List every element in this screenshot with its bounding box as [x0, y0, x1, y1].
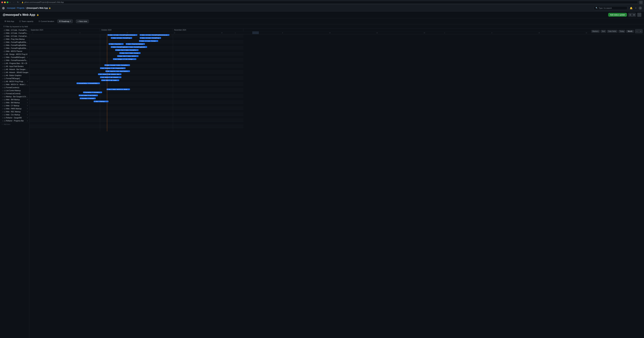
list-item[interactable]: 29Web - Circ Markup+ [0, 113, 29, 116]
list-item[interactable]: 8Web - MOOV Planner [0, 50, 29, 53]
list-item[interactable]: 30Refactor - Gauge360+ [0, 116, 29, 119]
add-status-update-btn[interactable]: Add status update [608, 13, 627, 17]
gantt-bar[interactable]: All - Artwork - Bar Gauges & Graphs [106, 73, 122, 75]
filter-btn[interactable]: ⊻ Filter by keyword or by field [3, 25, 28, 28]
list-item[interactable]: 28Web - REC Markup+ [0, 110, 29, 113]
item-add-btn[interactable]: + [26, 99, 28, 101]
user-avatar[interactable]: m [638, 6, 642, 10]
list-item[interactable]: 3Web - UI Code - FormatCalendarControl() [0, 35, 29, 38]
list-item[interactable]: 20FormatCounter(s) [0, 86, 29, 89]
item-add-btn[interactable]: + [26, 105, 28, 107]
gantt-bar[interactable]: All - Button Graphics [108, 79, 119, 81]
list-item[interactable]: 26Web - CY Markup+ [0, 104, 29, 107]
tab-web-app[interactable]: ⊞ Web App [3, 19, 16, 23]
day-cell [387, 31, 394, 34]
item-add-btn[interactable]: + [26, 111, 28, 113]
gantt-bar[interactable]: All - Design - MOOV Prog UI [124, 58, 136, 60]
gantt-bar[interactable]: Web - UI Code - FormatProgStructure() pa… [140, 34, 170, 36]
zoom-in-btn[interactable]: ＋ [639, 29, 642, 33]
list-item[interactable]: 7Web - FormatProgBuildStep(1) [0, 47, 29, 50]
list-item[interactable]: 21List Control Markup [0, 89, 29, 92]
list-item[interactable]: 11Web - FormatParameterPanel() [0, 59, 29, 62]
gantt-bar[interactable]: FormatTMGauge() [87, 82, 100, 84]
list-item[interactable]: 10Web - FormatBWGauge()+ [0, 56, 29, 59]
new-view-btn[interactable]: + New view [76, 19, 89, 23]
forward-btn[interactable]: › [14, 1, 16, 3]
gantt-area[interactable]: Markers Sort Date fields Today Month − ＋… [30, 29, 644, 338]
gantt-bar[interactable]: Web - UI Code - FormatProgViewG() [111, 37, 132, 39]
date-fields-btn[interactable]: Date fields [607, 30, 617, 33]
refresh-btn[interactable]: ↻ [17, 1, 19, 3]
notifications-btn[interactable]: 🔔 [630, 6, 633, 10]
list-item[interactable]: 2Web - UI Code - FormatProgViewG() [0, 32, 29, 35]
list-item[interactable]: 17FormatTMGauge() [0, 77, 29, 80]
list-item[interactable]: 19Web - MOOV UI - Mode 1 - Tablet [0, 83, 29, 86]
gantt-bar[interactable]: Web - FormatProgBuildStep(1) [128, 52, 140, 54]
gantt-bar[interactable]: FormatListControl() [87, 98, 96, 99]
list-item[interactable]: 9All - Design - MOOV Prog UI [0, 53, 29, 56]
list-item[interactable]: 22FormatListControl() [0, 92, 29, 95]
search-box[interactable]: 🔍 Type / to search [594, 6, 627, 10]
tab-team-capacity[interactable]: ◫ Team capacity [17, 19, 35, 23]
list-view-btn[interactable]: ☰ [628, 13, 632, 17]
item-add-btn[interactable]: + [26, 114, 28, 116]
gantt-bar[interactable]: Web - FormatProgBuildStep(5) [128, 46, 147, 48]
add-item-row[interactable]: ＋ Add item [0, 122, 29, 126]
item-add-btn[interactable]: + [26, 80, 28, 83]
gantt-bar[interactable]: Web - UI Code - FormatCalendarControl() [139, 40, 158, 42]
gantt-bar-label: FormatListControl() [89, 98, 95, 99]
breadcrumb-projects[interactable]: Projects [17, 7, 24, 9]
close-window-btn[interactable] [1, 1, 3, 3]
item-add-btn[interactable]: + [26, 102, 28, 104]
item-add-btn[interactable]: + [26, 108, 28, 110]
item-add-btn[interactable]: + [26, 117, 28, 119]
list-item[interactable]: 31Refactor - Progress Bar+ [0, 119, 29, 122]
gantt-bar[interactable]: Web - MOOV UI - Mode 1 - Tablet [111, 88, 130, 90]
list-item[interactable]: 1Web - UI Code - FormatProgStructure() p… [0, 29, 29, 32]
list-item[interactable]: 27Web - PARS Markup+ [0, 107, 29, 110]
gantt-bar[interactable]: Web - Prog View Markup [108, 43, 124, 45]
gantt-bar[interactable]: Web - Prog View Markup [126, 43, 145, 45]
gantt-bar[interactable]: Web - MOOV Planner [126, 55, 138, 57]
grid-view-btn[interactable]: ⊞ [632, 13, 636, 17]
list-item[interactable]: 15All - Artwork - 360x60 Gauges [0, 71, 29, 74]
settings-btn[interactable]: ⋯ [639, 1, 643, 4]
list-item[interactable]: 18All - MOOV Prog Progress Indicators+ [0, 80, 29, 83]
markers-btn[interactable]: Markers [591, 30, 600, 33]
gantt-bar[interactable]: Web - UI Code - FormatProgViewG() [140, 37, 161, 39]
list-item[interactable]: 5Web - FormatProgBuildStep(5) [0, 41, 29, 44]
gantt-bar[interactable]: FormatCounter(s) [92, 91, 102, 93]
item-add-btn[interactable]: + [26, 56, 28, 59]
address-bar[interactable]: 🔒 github.com/moovpad/Projects/@moovpad's… [20, 1, 638, 4]
back-btn[interactable]: ‹ [10, 1, 12, 3]
list-item[interactable]: 6Web - FormatProgBuildStep(2) [0, 44, 29, 47]
item-label: Web - UI Code - FormatProgViewG() [6, 32, 28, 34]
tab-roadmap[interactable]: ⊟ Roadmap ▾ [57, 19, 73, 23]
more-options-btn[interactable]: ⋯ [637, 13, 641, 17]
list-item[interactable]: 14All - Artwork - Bar Gauges & Graphs [0, 68, 29, 71]
sort-btn[interactable]: Sort [601, 30, 606, 33]
gantt-bar[interactable]: Web - UI Code - FormatProgStructure() pa… [108, 34, 138, 36]
zoom-out-btn[interactable]: − [635, 29, 639, 33]
gantt-bar[interactable]: All - Input Field Borders [115, 70, 130, 72]
list-item[interactable]: 23Markup - Bar Gauges & Graphs [0, 95, 29, 98]
list-item[interactable]: 25Web - BW Markup+ [0, 101, 29, 104]
list-item[interactable]: 16All - Button Graphics [0, 74, 29, 77]
tab-current-iteration[interactable]: ◷ Current Iteration [36, 19, 56, 23]
item-add-btn[interactable]: + [26, 120, 28, 122]
list-item[interactable]: 12All - Progress Bars - 50 × 25 [0, 62, 29, 65]
breadcrumb-user[interactable]: moovpad [7, 7, 15, 9]
gantt-bar[interactable]: Web - FormatParameterPanel() [115, 64, 130, 66]
plus-btn[interactable]: ＋ [634, 6, 637, 10]
gantt-bar[interactable]: Web - FormatProgBuildStep(2) [124, 49, 138, 51]
list-item[interactable]: 4Web - Prog View Markup [0, 38, 29, 41]
list-item[interactable]: 13All - Input Field Borders [0, 65, 29, 68]
month-btn[interactable]: Month [626, 30, 634, 33]
list-item[interactable]: 24Web - BW Markup+ [0, 98, 29, 101]
today-btn[interactable]: Today [618, 30, 625, 33]
fullscreen-window-btn[interactable] [7, 1, 8, 3]
gantt-bar[interactable]: All - Progress Bars - 50 × 25 [111, 67, 126, 69]
gantt-bar[interactable]: List Control Markup [87, 94, 98, 96]
minimize-window-btn[interactable] [4, 1, 6, 3]
gantt-bar[interactable]: All - Artwork - 360x60 Gauges [108, 76, 121, 78]
